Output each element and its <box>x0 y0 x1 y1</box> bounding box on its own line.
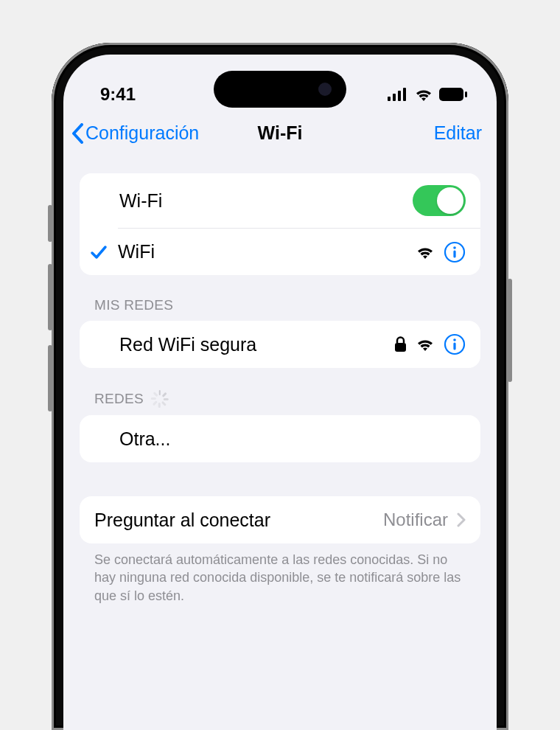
other-network-label: Otra... <box>119 428 466 450</box>
wifi-signal-icon <box>416 245 435 260</box>
svg-rect-8 <box>453 250 455 257</box>
networks-header: REDES <box>80 368 480 415</box>
cellular-signal-icon <box>388 88 408 101</box>
edit-button[interactable]: Editar <box>434 122 482 144</box>
screen: 9:41 Configuración Wi-Fi Editar Wi-Fi <box>63 55 497 730</box>
wifi-signal-icon <box>416 337 435 352</box>
hardware-side-button <box>508 279 512 382</box>
info-icon[interactable] <box>444 333 466 355</box>
info-icon[interactable] <box>444 241 466 263</box>
chevron-right-icon <box>457 512 466 527</box>
svg-point-7 <box>453 246 456 249</box>
svg-rect-1 <box>393 94 396 101</box>
loading-spinner-icon <box>151 390 169 408</box>
my-networks-header: MIS REDES <box>80 275 480 321</box>
wifi-toggle-label: Wi-Fi <box>119 190 413 212</box>
networks-card: Otra... <box>80 415 480 462</box>
svg-rect-4 <box>439 88 463 101</box>
ask-to-join-card: Preguntar al conectar Notificar <box>80 496 480 543</box>
connected-network-row[interactable]: WiFi <box>118 228 480 275</box>
my-networks-card: Red WiFi segura <box>80 321 480 368</box>
svg-rect-5 <box>465 91 467 97</box>
svg-rect-9 <box>395 343 406 352</box>
svg-rect-2 <box>398 91 401 101</box>
my-network-row[interactable]: Red WiFi segura <box>80 321 480 368</box>
back-button[interactable]: Configuración <box>71 122 199 144</box>
back-label: Configuración <box>85 122 199 144</box>
ask-to-join-row[interactable]: Preguntar al conectar Notificar <box>80 496 480 543</box>
ask-to-join-value: Notificar <box>383 510 448 530</box>
wifi-status-icon <box>414 87 433 102</box>
status-time: 9:41 <box>100 84 136 105</box>
hardware-mute-switch <box>48 205 52 242</box>
my-network-name: Red WiFi segura <box>119 334 394 355</box>
phone-frame: 9:41 Configuración Wi-Fi Editar Wi-Fi <box>52 43 508 730</box>
connected-network-name: WiFi <box>118 241 416 263</box>
checkmark-icon <box>90 244 108 260</box>
ask-to-join-label: Preguntar al conectar <box>94 510 383 531</box>
battery-icon <box>439 88 467 101</box>
hardware-volume-down <box>48 345 52 411</box>
page-title: Wi-Fi <box>258 122 303 144</box>
networks-header-label: REDES <box>94 391 144 407</box>
hardware-volume-up <box>48 264 52 330</box>
chevron-left-icon <box>71 123 84 144</box>
ask-to-join-footer: Se conectará automáticamente a las redes… <box>80 543 480 605</box>
wifi-toggle-card: Wi-Fi WiFi <box>80 173 480 275</box>
svg-rect-0 <box>388 97 391 101</box>
wifi-toggle-row: Wi-Fi <box>80 173 480 228</box>
svg-rect-12 <box>453 343 455 350</box>
svg-point-11 <box>453 338 456 341</box>
other-network-row[interactable]: Otra... <box>80 415 480 462</box>
dynamic-island <box>214 71 346 108</box>
navigation-bar: Configuración Wi-Fi Editar <box>63 112 497 159</box>
svg-rect-3 <box>403 88 406 101</box>
lock-icon <box>394 336 407 352</box>
wifi-toggle-switch[interactable] <box>413 185 466 216</box>
